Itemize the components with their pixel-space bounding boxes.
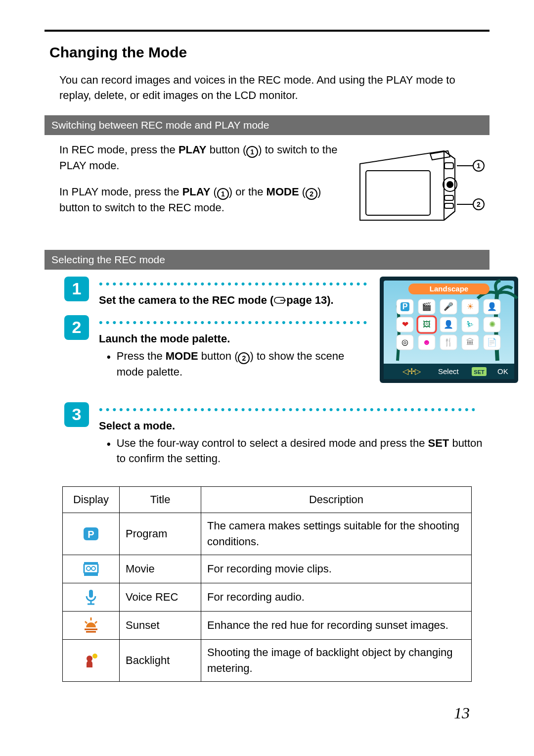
svg-point-69 xyxy=(92,654,97,659)
svg-rect-61 xyxy=(89,590,93,598)
page-number: 13 xyxy=(454,702,470,724)
svg-line-65 xyxy=(85,621,87,623)
subhead-switching: Switching between REC mode and PLAY mode xyxy=(44,115,490,135)
dotted-divider: ••••••••••••••••••••••••••••••••••••••••… xyxy=(99,404,475,415)
svg-text:🎤: 🎤 xyxy=(444,302,453,311)
svg-text:2: 2 xyxy=(477,200,481,208)
callout-1-icon: 1 xyxy=(246,146,258,158)
svg-text:OK: OK xyxy=(497,367,508,376)
table-row-title: Sunset xyxy=(120,612,201,640)
switch-paragraph-2: In PLAY mode, press the PLAY (1) or the … xyxy=(59,184,341,216)
svg-point-59 xyxy=(87,567,90,570)
step-3-badge: 3 xyxy=(64,402,89,427)
svg-text:🖼: 🖼 xyxy=(423,320,431,329)
svg-point-2 xyxy=(447,182,453,188)
table-row-desc: The camera makes settings suitable for t… xyxy=(201,513,472,555)
svg-text:☻: ☻ xyxy=(423,338,431,346)
svg-rect-5 xyxy=(445,203,453,208)
table-row-title: Voice REC xyxy=(120,583,201,612)
step-1-title: Set the camera to the REC mode ( page 13… xyxy=(99,292,370,308)
program-icon: P xyxy=(63,513,120,555)
svg-text:P: P xyxy=(402,302,408,311)
svg-text:◎: ◎ xyxy=(401,338,408,346)
lcd-screenshot: Landscape xyxy=(380,277,518,387)
backlight-icon xyxy=(63,640,120,682)
svg-rect-3 xyxy=(445,163,453,169)
dotted-divider: •••••••••••••••••••••••••••••••••••••••• xyxy=(99,317,370,328)
svg-line-66 xyxy=(95,621,97,623)
svg-text:❤: ❤ xyxy=(402,320,408,329)
svg-text:👤: 👤 xyxy=(444,320,453,329)
svg-text:Select: Select xyxy=(438,367,459,376)
step-3-title: Select a mode. xyxy=(99,418,490,434)
sunset-icon xyxy=(63,612,120,640)
svg-text:1: 1 xyxy=(477,162,481,170)
mode-table: Display Title Description P Program The … xyxy=(62,486,472,681)
svg-text:⛷: ⛷ xyxy=(466,320,474,329)
svg-text:SET: SET xyxy=(474,369,485,375)
table-row-desc: For recording audio. xyxy=(201,583,472,612)
svg-rect-0 xyxy=(366,171,430,215)
step-3-bullet: • Use the four-way control to select a d… xyxy=(107,435,490,467)
camera-illustration: 1 2 xyxy=(351,142,490,236)
intro-text: You can record images and voices in the … xyxy=(59,72,465,104)
table-row-desc: For recording movie clips. xyxy=(201,555,472,583)
svg-text:🍴: 🍴 xyxy=(444,337,453,347)
switch-paragraph-1: In REC mode, press the PLAY button (1) t… xyxy=(59,142,341,174)
svg-rect-4 xyxy=(445,195,453,200)
col-desc: Description xyxy=(201,487,472,513)
svg-text:📄: 📄 xyxy=(487,337,497,347)
dotted-divider: •••••••••••••••••••••••••••••••••••••••• xyxy=(99,279,370,289)
step-2-bullet: • Press the MODE button (2) to show the … xyxy=(107,348,370,380)
table-row-desc: Shooting the image of backlight object b… xyxy=(201,640,472,682)
svg-text:☀: ☀ xyxy=(467,302,474,311)
voice-rec-icon xyxy=(63,583,120,612)
page-title: Changing the Mode xyxy=(49,42,490,63)
pointing-hand-icon xyxy=(273,293,286,309)
col-title: Title xyxy=(120,487,201,513)
table-row-title: Backlight xyxy=(120,640,201,682)
callout-2-icon: 2 xyxy=(306,188,317,200)
movie-icon xyxy=(63,555,120,583)
callout-1-icon: 1 xyxy=(217,188,229,200)
svg-text:🏛: 🏛 xyxy=(466,338,474,346)
col-display: Display xyxy=(63,487,120,513)
svg-rect-58 xyxy=(84,573,98,576)
step-1-badge: 1 xyxy=(64,277,89,301)
table-row-desc: Enhance the red hue for recording sunset… xyxy=(201,612,472,640)
subhead-selecting: Selecting the REC mode xyxy=(44,250,490,269)
table-row-title: Program xyxy=(120,513,201,555)
svg-text:◁✢▷: ◁✢▷ xyxy=(402,367,421,376)
svg-text:Landscape: Landscape xyxy=(430,284,468,293)
svg-text:✺: ✺ xyxy=(489,320,495,329)
svg-text:P: P xyxy=(88,529,94,540)
svg-text:👤: 👤 xyxy=(487,302,497,311)
table-row-title: Movie xyxy=(120,555,201,583)
svg-rect-57 xyxy=(84,562,98,565)
svg-point-60 xyxy=(91,567,95,570)
step-2-badge: 2 xyxy=(64,315,89,340)
svg-text:🎬: 🎬 xyxy=(422,302,432,311)
step-2-title: Launch the mode palette. xyxy=(99,331,370,347)
